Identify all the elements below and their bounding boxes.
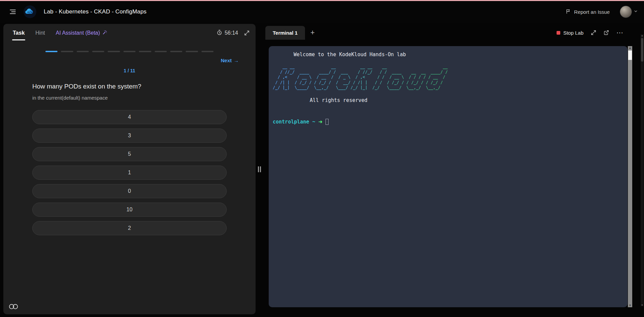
progress-segment[interactable] [61, 51, 73, 52]
question-text: How many PODs exist on the system? [32, 83, 241, 90]
progress-segment[interactable] [108, 51, 120, 52]
question-subtext: in the current(default) namespace [32, 95, 241, 101]
step-counter: 1 / 11 [17, 68, 241, 73]
user-menu[interactable] [620, 6, 638, 18]
stop-lab-button[interactable]: Stop Lab [557, 30, 583, 36]
answer-option[interactable]: 1 [32, 166, 227, 180]
fullscreen-terminal-icon[interactable] [591, 30, 596, 35]
answer-options: 4 3 5 1 0 10 2 [32, 110, 227, 235]
tab-task-label: Task [13, 30, 25, 36]
tab-hint[interactable]: Hint [30, 24, 50, 42]
page-scrollbar-thumb[interactable] [641, 38, 643, 62]
answer-option[interactable]: 4 [32, 110, 227, 124]
stop-lab-label: Stop Lab [563, 30, 583, 36]
avatar [620, 6, 632, 18]
page-scroll-down-icon[interactable]: ▼ [641, 304, 644, 306]
progress-segment[interactable] [170, 51, 182, 52]
terminal-scrollbar[interactable]: ▲ ▼ [628, 46, 632, 307]
prompt-path: ~ [312, 119, 315, 125]
progress-segment[interactable] [77, 51, 89, 52]
terminal-scrollbar-thumb[interactable] [628, 50, 632, 60]
flag-icon [566, 9, 571, 15]
rights-text: All rights reserved [273, 97, 623, 103]
arrow-right-icon: → [234, 58, 239, 63]
kodekloud-mark-icon [9, 304, 19, 311]
next-button[interactable]: Next → [221, 58, 239, 63]
progress-segments [45, 51, 214, 52]
next-button-label: Next [221, 58, 232, 63]
terminal-cursor [326, 119, 329, 125]
report-issue-label: Report an Issue [574, 9, 610, 15]
svg-text:</>: </> [27, 10, 32, 14]
tab-ai-assistant-label: AI Assistant (Beta) [56, 30, 100, 36]
page-title: Lab - Kubernetes - CKAD - ConfigMaps [44, 8, 147, 15]
answer-option[interactable]: 0 [32, 184, 227, 198]
open-external-icon[interactable] [604, 30, 609, 35]
answer-option[interactable]: 3 [32, 129, 227, 143]
page-scroll-up-icon[interactable]: ▲ [641, 34, 644, 37]
more-options-icon[interactable]: ⋯ [616, 29, 623, 37]
report-issue-button[interactable]: Report an Issue [566, 9, 610, 15]
progress-segment[interactable] [45, 51, 58, 52]
terminal-panel: Terminal 1 + Stop Lab ⋯ Welcome to the K… [263, 24, 641, 314]
terminal-tabbar: Terminal 1 + Stop Lab ⋯ [263, 24, 641, 41]
tab-ai-assistant[interactable]: AI Assistant (Beta) [50, 24, 113, 42]
kodekloud-logo-icon[interactable]: </> [23, 5, 37, 19]
task-panel-body: Next → 1 / 11 How many PODs exist on the… [3, 42, 256, 314]
task-panel-tabbar: Task Hint AI Assistant (Beta) 56:14 [3, 24, 256, 42]
main-split: Task Hint AI Assistant (Beta) 56:14 [0, 23, 644, 317]
tab-terminal-1[interactable]: Terminal 1 [265, 26, 305, 40]
scroll-up-icon[interactable]: ▲ [628, 46, 632, 49]
progress-segment[interactable] [139, 51, 151, 52]
tab-task[interactable]: Task [7, 24, 30, 42]
tab-hint-label: Hint [35, 30, 45, 36]
answer-option[interactable]: 5 [32, 147, 227, 161]
page-scrollbar[interactable]: ▲ ▼ [641, 34, 644, 306]
progress-segment[interactable] [92, 51, 104, 52]
stop-icon [557, 31, 560, 35]
progress-segment[interactable] [186, 51, 198, 52]
scroll-down-icon[interactable]: ▼ [628, 304, 632, 307]
kodekloud-ascii-banner: __ __ __ __ __ __ __ / //_/ ____ ____/ /… [273, 64, 623, 91]
expand-panel-icon[interactable] [244, 30, 250, 36]
lab-timer-value: 56:14 [225, 30, 238, 36]
panel-divider [256, 24, 263, 314]
answer-option[interactable]: 2 [32, 221, 227, 235]
task-panel: Task Hint AI Assistant (Beta) 56:14 [3, 24, 256, 314]
stopwatch-icon [217, 30, 222, 37]
terminal-prompt: controlplane ~ ➜ [273, 119, 623, 125]
terminal-welcome-text: Welcome to the KodeKloud Hands-On lab [273, 51, 623, 58]
chevron-down-icon [634, 9, 638, 15]
lab-timer: 56:14 [217, 30, 238, 37]
prompt-host: controlplane [273, 119, 309, 125]
sidebar-toggle-icon[interactable] [6, 5, 20, 19]
add-terminal-icon[interactable]: + [310, 28, 315, 37]
magic-wand-icon [102, 30, 107, 36]
progress-segment[interactable] [123, 51, 136, 52]
prompt-arrow-icon: ➜ [318, 119, 323, 125]
terminal-screen[interactable]: Welcome to the KodeKloud Hands-On lab __… [269, 46, 628, 307]
progress-segment[interactable] [201, 51, 214, 52]
progress-segment[interactable] [155, 51, 167, 52]
panel-resize-handle[interactable] [258, 166, 261, 172]
answer-option[interactable]: 10 [32, 203, 227, 217]
app-header: </> Lab - Kubernetes - CKAD - ConfigMaps… [0, 1, 644, 23]
